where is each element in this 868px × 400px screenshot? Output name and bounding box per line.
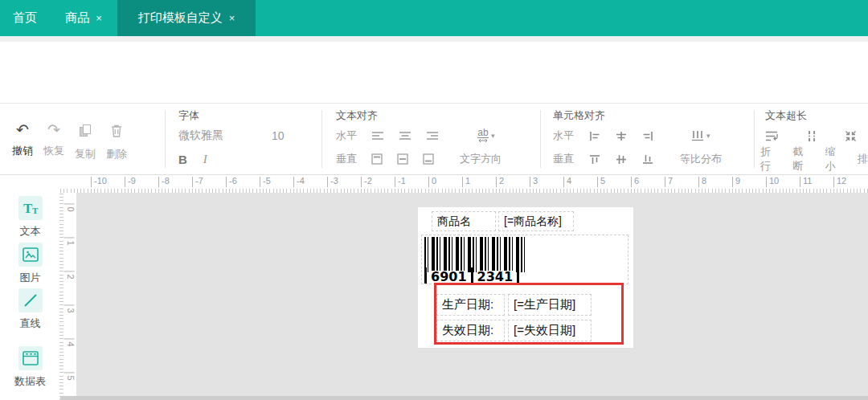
- product-name-static-text[interactable]: 商品名: [432, 211, 496, 231]
- align-center-button[interactable]: [399, 131, 411, 141]
- align-left-icon: [371, 131, 384, 141]
- tab-print-template[interactable]: 打印模板自定义 ×: [117, 0, 256, 36]
- hruler-number: 11: [800, 177, 812, 187]
- tab-print-template-close-icon[interactable]: ×: [229, 12, 235, 24]
- distribute-icon: [691, 130, 704, 141]
- text-direction-icon: ab: [477, 129, 489, 143]
- undo-icon: ↶: [6, 121, 39, 139]
- text-direction-dropdown[interactable]: ab ▾: [477, 129, 495, 143]
- toolbar-divider: [754, 110, 755, 168]
- hruler-number: 3: [530, 177, 538, 187]
- font-size-select[interactable]: 10: [272, 129, 285, 142]
- vruler-number: 5: [64, 372, 75, 380]
- align-left-button[interactable]: [371, 131, 384, 141]
- cell-halign-right-icon: [642, 131, 653, 141]
- truncate-button[interactable]: [806, 130, 817, 142]
- truncate-label: 截断: [792, 145, 804, 173]
- shrink-button[interactable]: [845, 130, 857, 142]
- hruler-number: -4: [293, 177, 305, 187]
- vruler-number: 2: [64, 271, 75, 279]
- font-family-select[interactable]: 微软雅黑: [178, 129, 223, 143]
- clipped-overflow-label: 排: [858, 152, 868, 166]
- vruler-number: 4: [64, 338, 75, 346]
- tab-goods[interactable]: 商品 ×: [50, 0, 117, 36]
- valign-middle-icon: [397, 153, 408, 165]
- sidebar-item-image[interactable]: 图片: [0, 243, 60, 285]
- hruler-number: -9: [125, 177, 136, 187]
- cell-valign-bottom-button[interactable]: [642, 154, 653, 165]
- barcode-digits: 6901 2341: [424, 267, 519, 284]
- hruler-number: 12: [833, 177, 846, 187]
- image-icon: [18, 243, 43, 267]
- wrap-icon: [765, 130, 779, 142]
- vruler-number: 0: [64, 203, 75, 211]
- wrap-label: 折行: [760, 145, 772, 173]
- cell-valign-middle-button[interactable]: [616, 154, 627, 165]
- svg-text:T: T: [32, 206, 39, 215]
- hruler-number: -1: [395, 177, 406, 187]
- tab-home[interactable]: 首页: [0, 0, 50, 36]
- tab-goods-label: 商品: [65, 10, 89, 26]
- sidebar-item-text[interactable]: TT 文本: [0, 196, 60, 239]
- align-right-button[interactable]: [426, 131, 439, 141]
- hruler-number: -10: [91, 177, 107, 187]
- cell-align-vertical-label: 垂直: [553, 152, 574, 166]
- header: 名称 进货单商品标签-预置 视频 | ? 帮助 保存 切换老设计器: [0, 42, 868, 104]
- shrink-icon: [845, 130, 857, 142]
- valign-top-button[interactable]: [371, 153, 383, 165]
- distribute-dropdown[interactable]: ▾: [691, 130, 710, 141]
- label-template[interactable]: 商品名 [=商品名称] 6901 2341 生产日期: [=生产日期] 失效日期…: [418, 207, 633, 348]
- hruler-number: 0: [428, 177, 436, 187]
- sidebar-item-line[interactable]: 直线: [0, 288, 60, 331]
- line-icon: [18, 288, 43, 312]
- hruler-number: -5: [260, 177, 271, 187]
- italic-button[interactable]: I: [203, 153, 207, 166]
- product-name-field[interactable]: [=商品名称]: [498, 211, 574, 231]
- align-center-icon: [399, 131, 411, 141]
- cell-halign-left-button[interactable]: [589, 131, 600, 141]
- tabbar-gap: [0, 36, 868, 42]
- copy-icon: [69, 121, 101, 142]
- top-tab-bar: 首页 商品 × 打印模板自定义 ×: [0, 0, 868, 36]
- horizontal-scrollbar[interactable]: [60, 396, 868, 400]
- hruler-number: 7: [665, 177, 673, 187]
- copy-button[interactable]: 复制: [69, 121, 101, 161]
- vruler-number: 3: [64, 304, 75, 312]
- cell-align-horizontal-label: 水平: [553, 129, 574, 143]
- undo-button[interactable]: ↶ 撤销: [6, 121, 39, 158]
- cell-halign-right-button[interactable]: [642, 131, 653, 141]
- text-overflow-section-title: 文本超长: [765, 108, 807, 123]
- valign-middle-button[interactable]: [397, 153, 408, 165]
- redo-button[interactable]: ↷ 恢复: [38, 121, 70, 158]
- bold-button[interactable]: B: [178, 153, 187, 166]
- wrap-button[interactable]: [765, 130, 779, 142]
- toolbar-divider: [165, 110, 166, 168]
- expiry-date-static-text[interactable]: 失效日期:: [436, 320, 505, 341]
- hruler-number: 8: [698, 177, 706, 187]
- production-date-field[interactable]: [=生产日期]: [508, 294, 592, 316]
- format-toolbar: ↶ 撤销 ↷ 恢复 复制 删除 字体 微软雅黑 10 B I 文本对齐 水平: [0, 104, 868, 175]
- datatable-icon: [18, 346, 43, 370]
- valign-bottom-icon: [423, 153, 434, 165]
- text-icon: TT: [18, 196, 43, 220]
- expiry-date-field[interactable]: [=失效日期]: [508, 320, 592, 341]
- cell-valign-top-icon: [589, 154, 600, 165]
- cell-valign-middle-icon: [616, 154, 627, 165]
- vertical-ruler: 012345: [58, 193, 76, 400]
- text-direction-label: 文字方向: [460, 152, 502, 166]
- tab-goods-close-icon[interactable]: ×: [96, 12, 102, 24]
- distribute-label: 等比分布: [680, 152, 722, 166]
- sidebar-item-datatable[interactable]: 数据表: [0, 346, 60, 389]
- barcode-element[interactable]: 6901 2341: [421, 235, 628, 284]
- cell-valign-top-button[interactable]: [589, 154, 600, 165]
- tab-home-label: 首页: [13, 10, 37, 26]
- element-sidebar: TT 文本 图片 直线 数据表: [0, 175, 60, 400]
- cell-halign-center-button[interactable]: [616, 131, 627, 141]
- redo-icon: ↷: [38, 121, 70, 139]
- cell-align-section-title: 单元格对齐: [553, 108, 605, 123]
- production-date-static-text[interactable]: 生产日期:: [436, 294, 505, 316]
- valign-bottom-button[interactable]: [423, 153, 434, 165]
- horizontal-ruler: -10-9-8-7-6-5-4-3-2-10123456789101112: [60, 175, 868, 193]
- delete-button[interactable]: 删除: [100, 121, 133, 161]
- toolbar-divider: [540, 110, 541, 168]
